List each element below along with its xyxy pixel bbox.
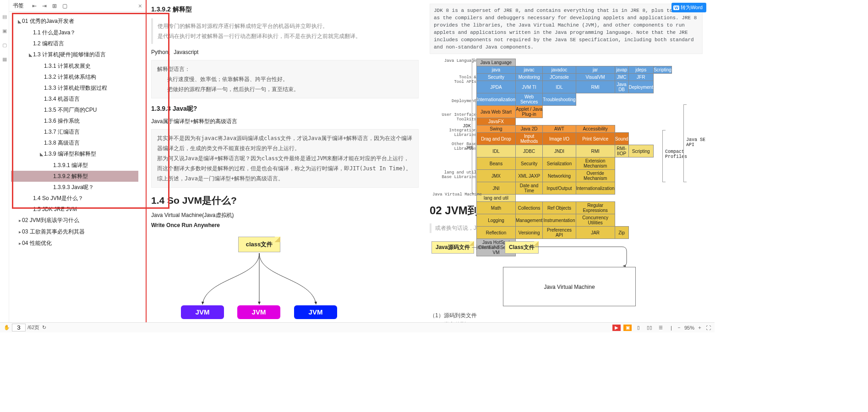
- platform-cell: Instrumentation: [543, 214, 576, 227]
- refresh-icon[interactable]: ↻: [42, 325, 46, 331]
- single-icon[interactable]: ▯: [634, 325, 643, 331]
- platform-cell: RMI-IIOP: [615, 145, 628, 157]
- bookmark-icon[interactable]: ▣: [2, 28, 7, 34]
- jdk-description: JDK 8 is a superset of JRE 8, and contai…: [430, 4, 703, 54]
- status-bar: ✋ /62页 ↻ ▶ ▣ ▯ ▯▯ ☰ | － 95% ＋ ⛶: [0, 322, 715, 332]
- attach-icon[interactable]: ▢: [2, 43, 7, 48]
- tree-item[interactable]: 1.3.6 操作系统: [11, 115, 144, 126]
- platform-cell: Math: [477, 202, 516, 214]
- platform-cell: Zip: [615, 227, 628, 239]
- tree-item[interactable]: 1.2 编程语言: [11, 38, 144, 49]
- cont-icon[interactable]: ☰: [656, 325, 665, 331]
- tree-item[interactable]: ▸02 JVM到底该学习什么: [11, 215, 144, 226]
- platform-cell: Concurrency Utilities: [576, 214, 615, 227]
- platform-cell: Versioning: [515, 227, 542, 239]
- platform-cell: Java Web Start: [477, 106, 516, 118]
- fit-icon[interactable]: ⛶: [706, 325, 711, 331]
- platform-cell: Input Methods: [515, 133, 542, 145]
- zoom-value: 95%: [684, 325, 694, 331]
- platform-cell: Monitoring: [515, 74, 542, 81]
- tree-item[interactable]: 1.3.3 计算机处理数据过程: [11, 82, 144, 93]
- tree-item[interactable]: ▸04 性能优化: [11, 238, 144, 249]
- platform-cell: Web Services: [515, 93, 542, 106]
- platform-cell: lang and util: [477, 195, 516, 202]
- platform-cell: JAR: [576, 227, 615, 239]
- row-label: User Interface Toolkits: [432, 113, 476, 122]
- tree-item[interactable]: 1.3.1 计算机发展史: [11, 60, 144, 71]
- platform-cell: Java 2D: [515, 125, 542, 133]
- platform-cell: VisualVM: [576, 74, 615, 81]
- code-1: 解释型语言： 执行速度慢、效率低；依靠解释器、跨平台性好。 把做好的源程序翻译一…: [151, 60, 419, 98]
- bookmark-panel: 书签 ⇤ ⇥ ⊞ ▢ × ◣01 优秀的Java开发者1.1 什么是Java？1…: [9, 0, 147, 332]
- tree-item[interactable]: ▸03 工欲善其事必先利其器: [11, 226, 144, 238]
- platform-cell: Java Language: [477, 59, 516, 66]
- jvm-mac: JVM: [294, 305, 337, 319]
- tree-item[interactable]: ◣1.3.9 编译型和解释型: [11, 148, 144, 160]
- javase-label: Java SE API: [686, 137, 705, 147]
- tree-item[interactable]: 1.3.9.1 编译型: [11, 160, 144, 171]
- platform-cell: Regular Expressions: [576, 202, 615, 214]
- row-label: lang and util Base Libraries: [432, 170, 476, 179]
- platform-cell: Scripting: [628, 145, 653, 157]
- add-icon[interactable]: ⊞: [52, 3, 57, 9]
- row-label: Deployment: [432, 99, 476, 103]
- collapse-icon[interactable]: ⇤: [32, 3, 37, 9]
- tree-item[interactable]: ◣1.3 计算机[硬件]能够懂的语言: [11, 49, 144, 60]
- jvm-diagram: class文件 JVM JVM JVM Win Linux Mac: [151, 237, 419, 332]
- platform-cell: Accessibility: [576, 125, 615, 133]
- thumb-icon[interactable]: ▤: [2, 14, 7, 20]
- platform-cell: Networking: [543, 170, 576, 182]
- platform-cell: RMI: [576, 145, 615, 157]
- hand-icon[interactable]: ✋: [4, 325, 10, 331]
- platform-cell: javadoc: [543, 66, 576, 74]
- jvm-rect: Java Virtual Machine: [503, 267, 636, 306]
- tree-item[interactable]: 1.3.7 汇编语言: [11, 126, 144, 137]
- platform-cell: Collections: [515, 202, 542, 214]
- platform-cell: Sound: [615, 133, 628, 145]
- expand-icon[interactable]: ⇥: [42, 3, 47, 9]
- platform-cell: JFR: [628, 74, 653, 81]
- platform-cell: XML JAXP: [515, 170, 542, 182]
- close-icon[interactable]: ×: [138, 2, 142, 10]
- tree-item[interactable]: 1.3.9.2 解释型: [11, 171, 138, 182]
- jdk-label: JDK: [463, 124, 471, 129]
- tree-item[interactable]: ◣01 优秀的Java开发者: [11, 16, 144, 27]
- tree-item[interactable]: 1.1 什么是Java？: [11, 27, 144, 38]
- platform-cell: javap: [615, 66, 628, 74]
- tree-item[interactable]: 1.4 So JVM是什么？: [11, 193, 144, 204]
- tree-item[interactable]: 1.5 JDK JRE JVM: [11, 204, 144, 215]
- platform-cell: Reflection: [477, 227, 516, 239]
- platform-cell: java: [477, 66, 516, 74]
- platform-cell: Beans: [477, 157, 516, 170]
- platform-cell: Override Mechanism: [576, 170, 615, 182]
- platform-cell: javac: [515, 66, 542, 74]
- mode1-icon[interactable]: ▶: [612, 325, 621, 331]
- jvm-linux: JVM: [237, 305, 280, 319]
- platform-cell: Management: [515, 214, 542, 227]
- tree-item[interactable]: 1.3.5 不同厂商的CPU: [11, 104, 144, 115]
- heading-14: 1.4 So JVM是什么?: [151, 194, 419, 207]
- zoom-in-icon[interactable]: ＋: [697, 324, 702, 331]
- row-label: Java Language: [432, 59, 476, 63]
- tree-item[interactable]: 1.3.2 计算机体系结构: [11, 71, 144, 82]
- tree-item[interactable]: 1.3.8 高级语言: [11, 137, 144, 148]
- bookmark-add-icon[interactable]: ▢: [62, 3, 67, 9]
- row-label: Java Virtual Machine: [432, 192, 476, 197]
- platform-cell: Internationalization: [477, 93, 516, 106]
- zoom-out-icon[interactable]: －: [677, 324, 682, 331]
- code-2: 其实并不是因为有javac将Java源码编译成class文件，才说Java属于编…: [151, 129, 419, 188]
- tree-item[interactable]: 1.3.9.3 Java呢？: [11, 182, 144, 193]
- page-input[interactable]: [12, 324, 26, 331]
- platform-cell: JVM TI: [515, 81, 542, 93]
- platform-cell: Deployment: [628, 81, 653, 93]
- image-icon[interactable]: ▦: [2, 57, 7, 62]
- platform-cell: Security: [477, 74, 516, 81]
- platform-cell: JavaFX: [477, 118, 516, 125]
- platform-cell: Print Service: [576, 133, 615, 145]
- mode2-icon[interactable]: ▣: [623, 325, 632, 331]
- double-icon[interactable]: ▯▯: [645, 325, 654, 331]
- convert-word-button[interactable]: W转为Word: [671, 3, 706, 12]
- tree-item[interactable]: 1.3.4 机器语言: [11, 93, 144, 104]
- doc-content: 1.3.9.2 解释型 使用专门的解释器对源程序逐行解释成特定平台的机器码并立即…: [147, 0, 715, 332]
- platform-cell: jdeps: [628, 66, 653, 74]
